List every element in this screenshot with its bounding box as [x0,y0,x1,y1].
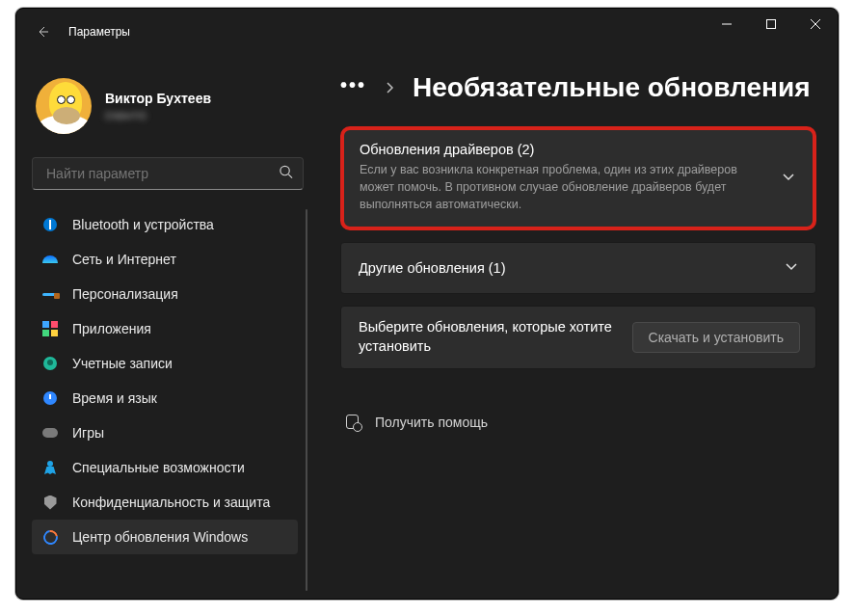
nav-accounts[interactable]: Учетные записи [32,346,298,381]
action-text: Выберите обновления, которые хотите уста… [359,318,628,356]
network-icon [41,251,59,268]
settings-window: Параметры Виктор Бухтеев (скрыто) [15,8,839,600]
nav-privacy[interactable]: Конфиденциальность и защита [32,485,298,520]
nav-personalization[interactable]: Персонализация [32,277,298,311]
chevron-down-icon [782,170,795,187]
card-title: Другие обновления (1) [359,260,765,276]
nav-accessibility[interactable]: Специальные возможности [32,450,298,485]
breadcrumb-ellipsis[interactable]: ••• [340,74,366,102]
brush-icon [41,285,59,303]
nav-label: Сеть и Интернет [72,252,176,267]
shield-icon [41,494,59,511]
nav-label: Учетные записи [72,356,173,371]
nav-label: Конфиденциальность и защита [72,495,270,510]
titlebar: Параметры [16,9,838,55]
update-icon [41,528,59,546]
page-title: Необязательные обновления [413,72,810,103]
window-title: Параметры [68,25,130,39]
nav-network[interactable]: Сеть и Интернет [32,242,298,277]
chevron-down-icon [785,259,798,277]
chevron-right-icon [384,78,395,98]
search-icon [279,165,293,183]
profile-name: Виктор Бухтеев [105,91,211,107]
gamepad-icon [41,424,59,442]
accessibility-icon [41,459,59,476]
svg-point-1 [280,166,289,174]
clock-icon [41,389,59,407]
profile-block[interactable]: Виктор Бухтеев (скрыто) [32,59,304,153]
search-input[interactable] [44,165,268,182]
card-subtitle: Если у вас возникла конкретная проблема,… [360,161,762,213]
main-content: ••• Необязательные обновления Обновления… [307,55,838,599]
nav-label: Персонализация [72,286,178,302]
sidebar: Виктор Бухтеев (скрыто) Bluetooth и устр… [16,55,307,599]
search-box[interactable] [32,157,304,190]
account-icon [41,355,59,372]
install-action-card: Выберите обновления, которые хотите уста… [340,306,816,368]
maximize-button[interactable] [749,9,793,40]
card-title: Обновления драйверов (2) [360,142,762,157]
nav-label: Специальные возможности [72,460,245,475]
other-updates-card[interactable]: Другие обновления (1) [340,242,816,294]
nav-label: Приложения [72,321,151,336]
apps-icon [41,320,59,337]
nav-apps[interactable]: Приложения [32,311,298,346]
avatar [36,78,92,134]
nav-label: Bluetooth и устройства [72,217,214,232]
window-controls [705,9,838,40]
minimize-button[interactable] [705,9,749,40]
driver-updates-card[interactable]: Обновления драйверов (2) Если у вас возн… [340,126,816,230]
nav-windows-update[interactable]: Центр обновления Windows [32,520,298,554]
profile-email: (скрыто) [105,109,211,121]
nav: Bluetooth и устройства Сеть и Интернет П… [32,207,304,554]
close-button[interactable] [793,9,838,40]
get-help-link[interactable]: Получить помощь [340,414,816,431]
nav-bluetooth[interactable]: Bluetooth и устройства [32,207,298,242]
nav-label: Игры [72,425,104,441]
help-icon [344,414,361,431]
nav-label: Время и язык [72,390,157,406]
bluetooth-icon [41,216,59,233]
nav-label: Центр обновления Windows [72,529,248,545]
breadcrumb: ••• Необязательные обновления [340,72,816,103]
back-button[interactable] [24,13,63,51]
nav-time-lang[interactable]: Время и язык [32,381,298,415]
svg-rect-0 [767,20,776,29]
help-label: Получить помощь [375,415,488,430]
download-install-button[interactable]: Скачать и установить [632,322,800,353]
nav-gaming[interactable]: Игры [32,415,298,450]
